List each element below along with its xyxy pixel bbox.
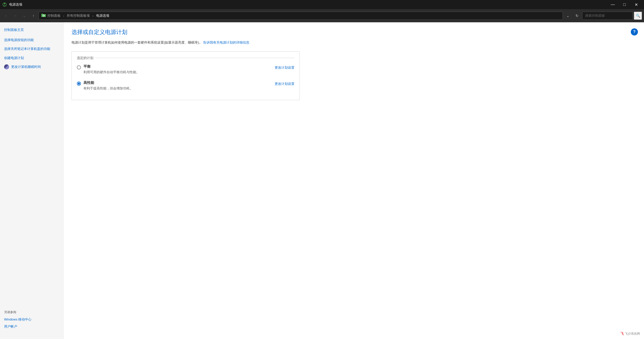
plan-section: 选定的计划 平衡 利用可用的硬件自动平衡功耗与性能。 更改计: [72, 51, 300, 100]
plan-hp-desc: 有利于提高性能，但会增加功耗。: [83, 86, 133, 91]
sidebar-nav: 控制面板主页 选择电源按钮的功能 选择关闭笔记本计算机盖的功能 创建电源计划 更…: [0, 26, 63, 70]
sidebar-item-mobility[interactable]: Windows 移动中心: [4, 316, 59, 323]
main-container: 控制面板主页 选择电源按钮的功能 选择关闭笔记本计算机盖的功能 创建电源计划 更…: [0, 22, 644, 339]
search-box[interactable]: 搜索控制面板: [582, 12, 633, 20]
window-controls: — □ ✕: [607, 0, 642, 9]
watermark: 飞 飞沙系统网: [620, 331, 640, 336]
radio-hp-inner: [78, 83, 80, 85]
recent-button[interactable]: ⌄: [20, 12, 28, 20]
sidebar-item-sleep[interactable]: 更改计算机睡眠时间: [11, 64, 41, 69]
plan-item-balanced: 平衡 利用可用的硬件自动平衡功耗与性能。 更改计划设置: [77, 63, 294, 76]
sidebar-item-user[interactable]: 用户帐户: [4, 323, 59, 330]
breadcrumb-sep2: ›: [92, 14, 93, 18]
plan-balanced-change-link[interactable]: 更改计划设置: [275, 65, 294, 70]
plan-balanced-info: 平衡 利用可用的硬件自动平衡功耗与性能。: [83, 64, 140, 74]
forward-button[interactable]: →: [11, 12, 19, 20]
content-area: ? 选择或自定义电源计划 电源计划是用于管理计算机如何使用电源的一套硬件和系统设…: [63, 22, 644, 339]
address-bar: ← → ⌄ ↑ 控制面板 › 所有控制面板项 › 电源选项 ⌄ ↻ 搜索控制面板…: [0, 9, 644, 22]
radio-balanced-outer[interactable]: [77, 65, 81, 69]
radio-balanced[interactable]: [77, 65, 81, 69]
description-link[interactable]: 告诉我有关电源计划的详细信息: [203, 41, 249, 44]
plan-item-high-performance: 高性能 有利于提高性能，但会增加功耗。 更改计划设置: [77, 80, 294, 92]
plan-hp-name: 高性能: [83, 81, 133, 85]
breadcrumb-sep1: ›: [63, 14, 64, 18]
description-text: 电源计划是用于管理计算机如何使用电源的一套硬件和系统设置(如显示器亮度、睡眠等)…: [72, 41, 202, 44]
breadcrumb-part3: 电源选项: [96, 13, 109, 18]
title-bar: 电源选项 — □ ✕: [0, 0, 644, 9]
minimize-button[interactable]: —: [607, 0, 619, 9]
watermark-logo: 飞: [620, 331, 624, 336]
sidebar-item-home[interactable]: 控制面板主页: [4, 26, 59, 33]
sidebar-bottom: 另请参阅 Windows 移动中心 用户帐户: [0, 310, 63, 335]
search-placeholder: 搜索控制面板: [585, 13, 605, 18]
plan-balanced-name: 平衡: [83, 64, 140, 69]
window-icon: [2, 2, 7, 7]
sidebar-item-power-button[interactable]: 选择电源按钮的功能: [4, 36, 59, 44]
page-title: 选择或自定义电源计划: [72, 28, 300, 36]
address-field[interactable]: 控制面板 › 所有控制面板项 › 电源选项: [39, 12, 563, 20]
close-button[interactable]: ✕: [630, 0, 642, 9]
description: 电源计划是用于管理计算机如何使用电源的一套硬件和系统设置(如显示器亮度、睡眠等)…: [72, 40, 300, 45]
dropdown-button[interactable]: ⌄: [564, 12, 572, 20]
up-button[interactable]: ↑: [29, 12, 38, 20]
radio-hp[interactable]: [77, 82, 81, 86]
search-button[interactable]: 🔍: [634, 12, 642, 20]
plan-hp-info: 高性能 有利于提高性能，但会增加功耗。: [83, 81, 133, 91]
plan-section-title: 选定的计划: [77, 56, 294, 60]
radio-hp-outer[interactable]: [77, 82, 81, 86]
refresh-button[interactable]: ↻: [573, 12, 581, 20]
breadcrumb-part2: 所有控制面板项: [67, 13, 90, 18]
sidebar-item-create-plan[interactable]: 创建电源计划: [4, 54, 59, 62]
plan-item-hp-left: 高性能 有利于提高性能，但会增加功耗。: [77, 81, 133, 91]
sidebar-item-lid[interactable]: 选择关闭笔记本计算机盖的功能: [4, 45, 59, 52]
window-title: 电源选项: [9, 2, 607, 7]
watermark-text: 飞沙系统网: [625, 332, 640, 336]
help-button[interactable]: ?: [631, 28, 638, 35]
plan-balanced-desc: 利用可用的硬件自动平衡功耗与性能。: [83, 70, 140, 74]
maximize-button[interactable]: □: [619, 0, 630, 9]
plan-content-wrapper: 选择或自定义电源计划 电源计划是用于管理计算机如何使用电源的一套硬件和系统设置(…: [72, 28, 300, 100]
sleep-icon: [4, 64, 9, 69]
plan-item-balanced-left: 平衡 利用可用的硬件自动平衡功耗与性能。: [77, 64, 140, 74]
breadcrumb-part1: 控制面板: [47, 13, 61, 18]
plan-hp-change-link[interactable]: 更改计划设置: [275, 82, 294, 86]
also-see-title: 另请参阅: [4, 310, 59, 314]
back-button[interactable]: ←: [2, 12, 10, 20]
folder-icon: [41, 13, 46, 18]
sidebar: 控制面板主页 选择电源按钮的功能 选择关闭笔记本计算机盖的功能 创建电源计划 更…: [0, 22, 63, 339]
